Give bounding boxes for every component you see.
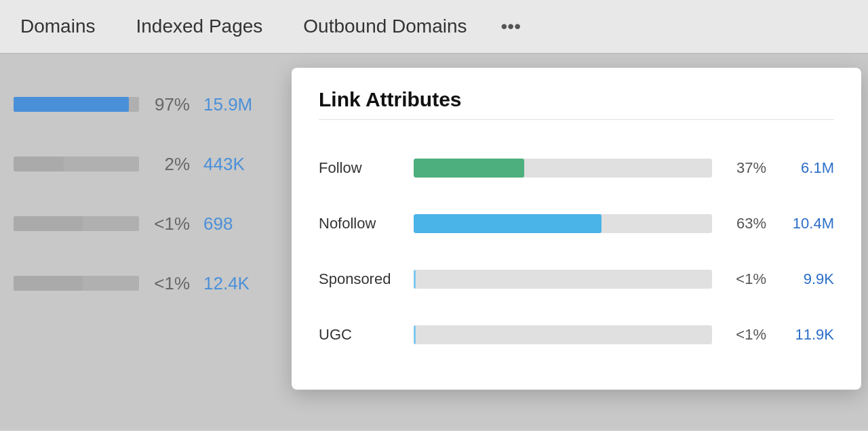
attr-row-follow: Follow 37% 6.1M — [319, 140, 834, 196]
attr-bar-track-0 — [414, 159, 712, 178]
bg-bar-fill-3 — [14, 276, 83, 291]
bg-row-3: <1% 12.4K — [0, 253, 292, 313]
bg-val-1: 443K — [203, 154, 264, 175]
bg-bar-fill-0 — [14, 97, 129, 112]
bg-pct-2: <1% — [153, 213, 190, 234]
attr-val-2: 9.9K — [780, 270, 834, 288]
attr-val-0: 6.1M — [780, 159, 834, 177]
content-area: 97% 15.9M 2% 443K <1% 698 <1% 12.4K Link… — [0, 54, 868, 430]
bg-val-0: 15.9M — [203, 94, 264, 115]
attr-pct-0: 37% — [726, 159, 766, 177]
attr-bar-track-2 — [414, 270, 712, 289]
attr-bar-fill-0 — [414, 159, 524, 178]
attr-row-nofollow: Nofollow 63% 10.4M — [319, 196, 834, 251]
tab-indexed-pages[interactable]: Indexed Pages — [115, 0, 283, 53]
bg-val-3: 12.4K — [203, 273, 264, 294]
background-rows: 97% 15.9M 2% 443K <1% 698 <1% 12.4K — [0, 54, 292, 430]
tab-bar: Domains Indexed Pages Outbound Domains •… — [0, 0, 868, 54]
bg-row-1: 2% 443K — [0, 134, 292, 194]
bg-row-2: <1% 698 — [0, 194, 292, 253]
bg-bar-track-0 — [14, 97, 139, 112]
bg-pct-1: 2% — [153, 154, 190, 175]
attr-bar-track-1 — [414, 214, 712, 233]
more-menu-button[interactable]: ••• — [488, 0, 534, 53]
attr-label-2: Sponsored — [319, 270, 400, 288]
bg-row-0: 97% 15.9M — [0, 75, 292, 134]
bg-pct-0: 97% — [153, 94, 190, 115]
attr-row-ugc: UGC <1% 11.9K — [319, 307, 834, 363]
attr-label-1: Nofollow — [319, 215, 400, 232]
popup-title: Link Attributes — [319, 88, 834, 120]
link-attributes-popup: Link Attributes Follow 37% 6.1M Nofollow… — [292, 68, 861, 390]
bg-bar-track-3 — [14, 276, 139, 291]
attr-bar-fill-3 — [414, 325, 416, 344]
attr-pct-2: <1% — [726, 270, 766, 288]
attr-label-3: UGC — [319, 326, 400, 344]
attr-val-1: 10.4M — [780, 215, 834, 232]
bg-val-2: 698 — [203, 213, 264, 234]
attr-pct-3: <1% — [726, 326, 766, 344]
bg-bar-track-2 — [14, 216, 139, 231]
tab-domains[interactable]: Domains — [0, 0, 115, 53]
attr-bar-track-3 — [414, 325, 712, 344]
tab-outbound-domains[interactable]: Outbound Domains — [283, 0, 487, 53]
attr-row-sponsored: Sponsored <1% 9.9K — [319, 251, 834, 307]
attr-pct-1: 63% — [726, 215, 766, 232]
attr-bar-fill-2 — [414, 270, 416, 289]
bg-bar-track-1 — [14, 157, 139, 171]
bg-bar-fill-1 — [14, 157, 64, 171]
attr-rows: Follow 37% 6.1M Nofollow 63% 10.4M Spons… — [319, 140, 834, 363]
attr-label-0: Follow — [319, 159, 400, 177]
bg-pct-3: <1% — [153, 273, 190, 294]
attr-bar-fill-1 — [414, 214, 601, 233]
attr-val-3: 11.9K — [780, 326, 834, 344]
bg-bar-fill-2 — [14, 216, 83, 231]
